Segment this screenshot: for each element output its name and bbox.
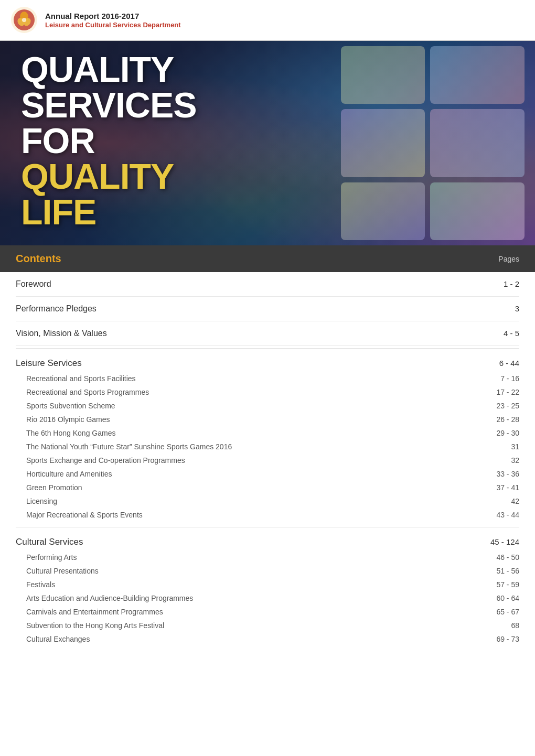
cultural-services-label: Cultural Services: [16, 537, 83, 547]
cultural-services-pages: 45 - 124: [490, 537, 519, 546]
dept-name: Leisure and Cultural Services Department: [45, 21, 181, 29]
table-of-contents: Foreword 1 - 2 Performance Pledges 3 Vis…: [0, 272, 535, 649]
hero-line-4: QUALITY: [21, 158, 197, 194]
rec-sports-facilities-label: Recreational and Sports Facilities: [26, 374, 136, 383]
contents-header-bar: Contents Pages: [0, 245, 535, 272]
performing-arts-pages: 46 - 50: [496, 553, 519, 561]
licensing-label: Licensing: [26, 497, 57, 505]
foreword-label: Foreword: [16, 279, 51, 289]
cultural-services-subitems: Performing Arts 46 - 50 Cultural Present…: [16, 550, 519, 649]
cultural-exchanges-label: Cultural Exchanges: [26, 635, 90, 643]
sports-subvention-pages: 23 - 25: [496, 402, 519, 410]
vision-mission-pages: 4 - 5: [504, 329, 519, 338]
rec-sports-programmes-pages: 17 - 22: [496, 388, 519, 396]
hero-line-2: SERVICES: [21, 87, 197, 123]
hero-text-block: QUALITY SERVICES FOR QUALITY LIFE: [21, 51, 197, 230]
toc-vision-mission: Vision, Mission & Values 4 - 5: [16, 321, 519, 346]
hk-arts-festival-pages: 68: [511, 621, 519, 630]
performing-arts-label: Performing Arts: [26, 553, 77, 561]
toc-cultural-presentations: Cultural Presentations 51 - 56: [16, 564, 519, 578]
toc-sports-exchange: Sports Exchange and Co-operation Program…: [16, 453, 519, 467]
green-promotion-label: Green Promotion: [26, 483, 82, 492]
hero-banner: QUALITY SERVICES FOR QUALITY LIFE: [0, 41, 535, 245]
sports-exchange-pages: 32: [511, 456, 519, 465]
sports-exchange-label: Sports Exchange and Co-operation Program…: [26, 456, 185, 465]
header: Annual Report 2016-2017 Leisure and Cult…: [0, 0, 535, 41]
hero-line-5: LIFE: [21, 194, 197, 230]
foreword-pages: 1 - 2: [504, 279, 519, 288]
hk-arts-festival-label: Subvention to the Hong Kong Arts Festiva…: [26, 621, 164, 630]
toc-hk-arts-festival: Subvention to the Hong Kong Arts Festiva…: [16, 619, 519, 632]
carnivals-pages: 65 - 67: [496, 608, 519, 616]
toc-green-promotion: Green Promotion 37 - 41: [16, 481, 519, 494]
cultural-presentations-label: Cultural Presentations: [26, 567, 99, 575]
toc-national-youth: The National Youth “Future Star” Sunshin…: [16, 440, 519, 453]
toc-licensing: Licensing 42: [16, 494, 519, 508]
header-text: Annual Report 2016-2017 Leisure and Cult…: [45, 11, 181, 29]
hk-games-label: The 6th Hong Kong Games: [26, 429, 115, 437]
toc-carnivals-entertainment: Carnivals and Entertainment Programmes 6…: [16, 605, 519, 619]
licensing-pages: 42: [511, 497, 519, 505]
hero-line-1: QUALITY: [21, 51, 197, 87]
festivals-label: Festivals: [26, 580, 55, 589]
toc-cultural-services: Cultural Services 45 - 124: [16, 530, 519, 550]
rio-2016-label: Rio 2016 Olympic Games: [26, 415, 110, 424]
horticulture-label: Horticulture and Amenities: [26, 470, 112, 478]
green-promotion-pages: 37 - 41: [496, 483, 519, 492]
toc-leisure-services: Leisure Services 6 - 44: [16, 351, 519, 372]
toc-rio-2016: Rio 2016 Olympic Games 26 - 28: [16, 413, 519, 426]
cultural-exchanges-pages: 69 - 73: [496, 635, 519, 643]
rio-2016-pages: 26 - 28: [496, 415, 519, 424]
toc-hk-games: The 6th Hong Kong Games 29 - 30: [16, 426, 519, 440]
vision-mission-label: Vision, Mission & Values: [16, 329, 107, 338]
cultural-presentations-pages: 51 - 56: [496, 567, 519, 575]
divider-1: [16, 348, 519, 349]
festivals-pages: 57 - 59: [496, 580, 519, 589]
toc-cultural-exchanges: Cultural Exchanges 69 - 73: [16, 632, 519, 646]
report-title: Annual Report 2016-2017: [45, 11, 181, 21]
arts-education-pages: 60 - 64: [496, 594, 519, 602]
pages-column-label: Pages: [498, 255, 519, 263]
contents-heading: Contents: [16, 253, 61, 265]
sports-subvention-label: Sports Subvention Scheme: [26, 402, 115, 410]
arts-education-label: Arts Education and Audience-Building Pro…: [26, 594, 193, 602]
major-sports-events-pages: 43 - 44: [496, 511, 519, 519]
toc-performing-arts: Performing Arts 46 - 50: [16, 550, 519, 564]
svg-point-5: [22, 18, 26, 22]
leisure-services-label: Leisure Services: [16, 358, 82, 369]
divider-2: [16, 527, 519, 527]
carnivals-label: Carnivals and Entertainment Programmes: [26, 608, 163, 616]
rec-sports-programmes-label: Recreational and Sports Programmes: [26, 388, 149, 396]
hk-games-pages: 29 - 30: [496, 429, 519, 437]
major-sports-events-label: Major Recreational & Sports Events: [26, 511, 143, 519]
toc-arts-education: Arts Education and Audience-Building Pro…: [16, 591, 519, 605]
toc-foreword: Foreword 1 - 2: [16, 272, 519, 297]
toc-performance-pledges: Performance Pledges 3: [16, 297, 519, 321]
toc-festivals: Festivals 57 - 59: [16, 578, 519, 591]
toc-major-sports-events: Major Recreational & Sports Events 43 - …: [16, 508, 519, 522]
performance-pledges-label: Performance Pledges: [16, 304, 97, 314]
toc-rec-sports-facilities: Recreational and Sports Facilities 7 - 1…: [16, 372, 519, 385]
lcsd-logo: [10, 6, 38, 34]
leisure-services-pages: 6 - 44: [499, 359, 519, 368]
toc-horticulture: Horticulture and Amenities 33 - 36: [16, 467, 519, 481]
national-youth-label: The National Youth “Future Star” Sunshin…: [26, 442, 232, 451]
performance-pledges-pages: 3: [515, 304, 519, 313]
national-youth-pages: 31: [511, 442, 519, 451]
toc-sports-subvention: Sports Subvention Scheme 23 - 25: [16, 399, 519, 413]
toc-rec-sports-programmes: Recreational and Sports Programmes 17 - …: [16, 385, 519, 399]
horticulture-pages: 33 - 36: [496, 470, 519, 478]
rec-sports-facilities-pages: 7 - 16: [500, 374, 519, 383]
leisure-services-subitems: Recreational and Sports Facilities 7 - 1…: [16, 372, 519, 525]
hero-line-3: FOR: [21, 123, 197, 158]
